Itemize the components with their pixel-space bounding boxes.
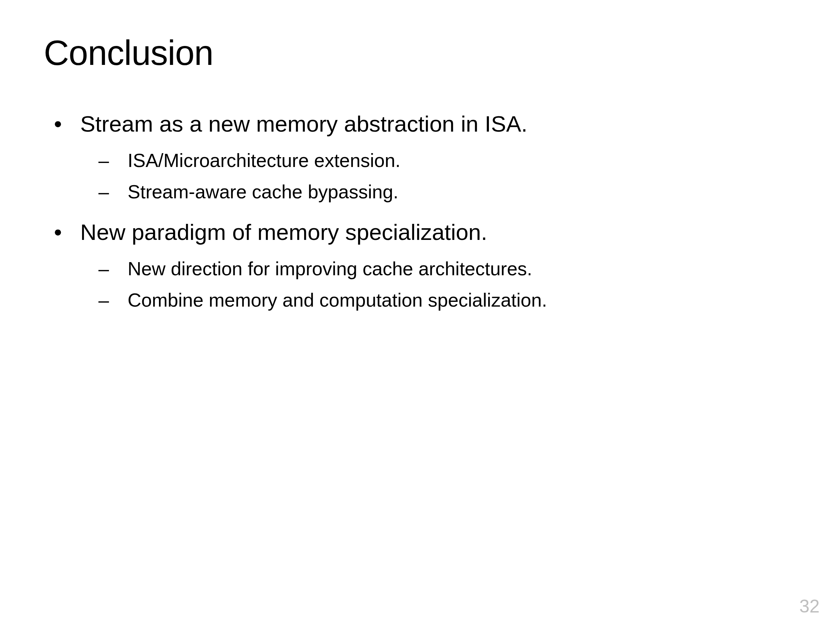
- bullet-text: Stream-aware cache bypassing.: [128, 179, 398, 205]
- slide-container: Conclusion • Stream as a new memory abst…: [0, 0, 840, 630]
- bullet-level1: • Stream as a new memory abstraction in …: [47, 109, 796, 139]
- bullet-marker: •: [47, 109, 80, 139]
- bullet-text: New paradigm of memory specialization.: [80, 218, 487, 247]
- dash-marker: –: [95, 287, 128, 313]
- bullet-marker: •: [47, 218, 80, 247]
- bullet-text: ISA/Microarchitecture extension.: [128, 148, 401, 173]
- dash-marker: –: [95, 148, 128, 173]
- bullet-group-2: • New paradigm of memory specialization.…: [47, 218, 796, 313]
- page-number: 32: [799, 596, 819, 617]
- bullet-text: Stream as a new memory abstraction in IS…: [80, 109, 527, 139]
- bullet-level2: – New direction for improving cache arch…: [47, 256, 796, 281]
- slide-content: • Stream as a new memory abstraction in …: [44, 109, 796, 313]
- bullet-level1: • New paradigm of memory specialization.: [47, 218, 796, 247]
- bullet-text: New direction for improving cache archit…: [128, 256, 532, 281]
- dash-marker: –: [95, 179, 128, 205]
- bullet-level2: – Stream-aware cache bypassing.: [47, 179, 796, 205]
- bullet-level2: – Combine memory and computation special…: [47, 287, 796, 313]
- slide-title: Conclusion: [44, 33, 796, 73]
- dash-marker: –: [95, 256, 128, 281]
- bullet-group-1: • Stream as a new memory abstraction in …: [47, 109, 796, 205]
- bullet-level2: – ISA/Microarchitecture extension.: [47, 148, 796, 173]
- bullet-text: Combine memory and computation specializ…: [128, 287, 547, 313]
